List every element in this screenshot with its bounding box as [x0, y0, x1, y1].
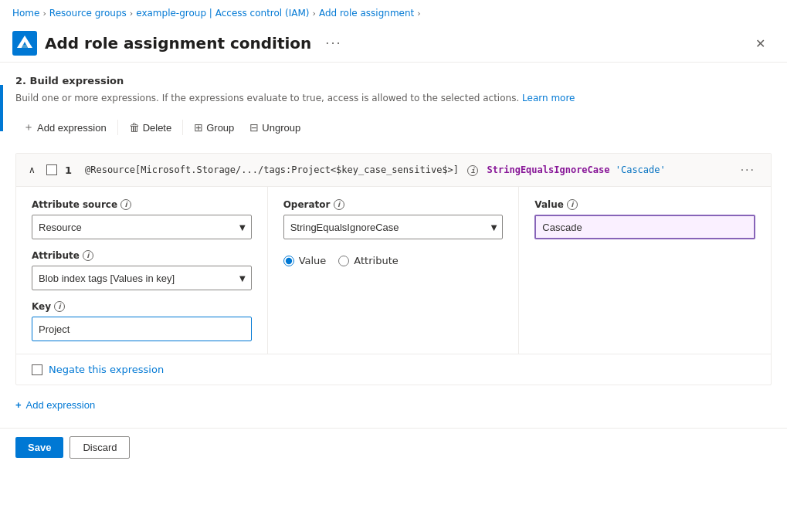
ungroup-label: Ungroup [262, 122, 300, 134]
learn-more-link[interactable]: Learn more [522, 93, 575, 103]
delete-button[interactable]: 🗑 Delete [121, 118, 180, 137]
save-button[interactable]: Save [15, 437, 63, 458]
expr-col-3: Value i [519, 187, 771, 354]
group-icon: ⊞ [194, 121, 203, 134]
formula-operator: StringEqualsIgnoreCase [487, 164, 610, 175]
value-label: Value i [534, 199, 755, 210]
discard-button[interactable]: Discard [70, 436, 130, 459]
breadcrumb-sep-1: › [42, 8, 46, 19]
attr-source-label: Attribute source i [32, 199, 252, 210]
expr-col-1: Attribute source i Resource Principal En… [16, 187, 268, 354]
expression-header: ∧ 1 @Resource[Microsoft.Storage/.../tags… [16, 154, 771, 187]
toolbar-divider-2 [182, 120, 183, 135]
operator-select-wrapper: StringEqualsIgnoreCase StringEquals Stri… [283, 215, 504, 239]
radio-value[interactable] [283, 256, 294, 266]
radio-value-text: Value [299, 255, 327, 266]
collapse-button[interactable]: ∧ [25, 163, 39, 177]
azure-icon [12, 31, 37, 56]
operator-select[interactable]: StringEqualsIgnoreCase StringEquals Stri… [283, 215, 504, 239]
key-info[interactable]: i [54, 301, 65, 312]
formula-resource: @Resource[Microsoft.Storage/.../tags:Pro… [85, 164, 459, 175]
ungroup-button[interactable]: ⊟ Ungroup [242, 118, 308, 137]
section-number: 2. [15, 75, 26, 86]
attr-select[interactable]: Blob index tags [Values in key] Blob ind… [32, 266, 252, 290]
value-input[interactable] [534, 215, 755, 239]
attr-info[interactable]: i [83, 250, 93, 261]
expression-more-button[interactable]: ··· [734, 161, 762, 178]
expression-checkbox[interactable] [46, 164, 57, 175]
panel-footer: Save Discard [0, 428, 787, 466]
breadcrumb-sep-2: › [130, 8, 133, 19]
negate-label[interactable]: Negate this expression [49, 364, 164, 375]
breadcrumb-example-group[interactable]: example-group | Access control (IAM) [136, 8, 309, 19]
section-title: 2. Build expression [15, 75, 772, 86]
add-icon: ＋ [23, 120, 34, 134]
breadcrumb-sep-4: › [417, 8, 420, 19]
svg-rect-0 [12, 31, 37, 56]
group-button[interactable]: ⊞ Group [186, 118, 242, 137]
negate-checkbox[interactable] [32, 364, 42, 375]
close-button[interactable]: ✕ [749, 33, 772, 54]
radio-attribute-label[interactable]: Attribute [338, 255, 398, 266]
toolbar-divider-1 [117, 120, 118, 135]
section-description: Build one or more expressions. If the ex… [15, 91, 772, 105]
attr-label: Attribute i [32, 250, 252, 261]
info-circle-formula: i [467, 165, 478, 176]
operator-info[interactable]: i [334, 199, 344, 210]
attr-field-container: Attribute i Blob index tags [Values in k… [32, 250, 252, 290]
expression-block: ∧ 1 @Resource[Microsoft.Storage/.../tags… [15, 153, 772, 385]
breadcrumb-sep-3: › [312, 8, 315, 19]
negate-section: Negate this expression [16, 354, 771, 385]
panel-menu-icon[interactable]: ··· [319, 33, 348, 54]
breadcrumb: Home › Resource groups › example-group |… [0, 0, 787, 23]
expression-number: 1 [65, 164, 77, 176]
group-label: Group [206, 122, 234, 134]
add-expr-plus: + [15, 399, 22, 411]
attr-source-select[interactable]: Resource Principal Environment [32, 215, 252, 239]
breadcrumb-add-role[interactable]: Add role assignment [319, 8, 414, 19]
delete-icon: 🗑 [129, 121, 140, 134]
radio-attribute-text: Attribute [354, 255, 398, 266]
expression-body: Attribute source i Resource Principal En… [16, 187, 771, 354]
breadcrumb-resource-groups[interactable]: Resource groups [49, 8, 127, 19]
panel-header-left: Add role assignment condition ··· [12, 31, 348, 56]
ungroup-icon: ⊟ [249, 121, 259, 134]
key-input[interactable] [32, 317, 252, 341]
formula-value: 'Cascade' [616, 164, 666, 175]
key-field-container: Key i [32, 301, 252, 341]
attr-source-info[interactable]: i [120, 199, 131, 210]
expression-toolbar: ＋ Add expression 🗑 Delete ⊞ Group ⊟ Ungr… [15, 114, 772, 141]
expression-formula: @Resource[Microsoft.Storage/.../tags:Pro… [85, 164, 727, 176]
add-expression-toolbar-button[interactable]: ＋ Add expression [15, 117, 114, 137]
add-expr-text: Add expression [26, 399, 96, 411]
panel-title: Add role assignment condition [45, 34, 311, 53]
panel-content: 2. Build expression Build one or more ex… [0, 63, 787, 428]
attr-source-select-wrapper: Resource Principal Environment ▼ [32, 215, 252, 239]
expr-col-2: Operator i StringEqualsIgnoreCase String… [268, 187, 520, 354]
attr-select-wrapper: Blob index tags [Values in key] Blob ind… [32, 266, 252, 290]
value-info[interactable]: i [567, 199, 578, 210]
radio-attribute[interactable] [338, 256, 349, 266]
radio-value-label[interactable]: Value [283, 255, 327, 266]
operator-label: Operator i [283, 199, 504, 210]
panel-header: Add role assignment condition ··· ✕ [0, 23, 787, 63]
add-expression-label: Add expression [37, 122, 107, 134]
section-title-text: Build expression [30, 75, 124, 86]
value-type-radio-group: Value Attribute [283, 255, 504, 266]
key-label: Key i [32, 301, 252, 312]
breadcrumb-home[interactable]: Home [12, 8, 39, 19]
add-expression-link[interactable]: + Add expression [15, 395, 95, 415]
delete-label: Delete [143, 122, 172, 134]
